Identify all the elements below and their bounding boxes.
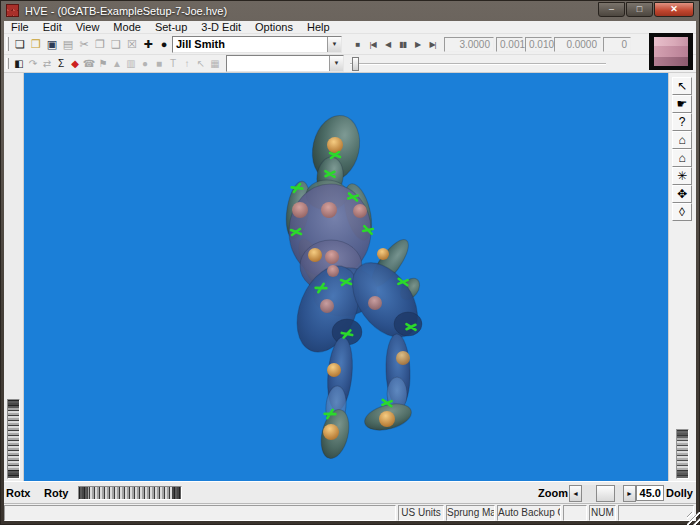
roty-label: Roty — [44, 487, 68, 499]
zoom-label: Zoom — [538, 487, 568, 499]
copy-icon[interactable]: ❐ — [92, 36, 108, 52]
combo-dropdown-arrow-icon[interactable]: ▼ — [329, 56, 343, 71]
slider-thumb[interactable] — [352, 57, 359, 71]
add-object-icon[interactable]: ✚ — [140, 36, 156, 52]
viewer-region: ↖☛?⌂⌂✳✥◊ — [4, 73, 696, 481]
sum-vectors-icon[interactable]: Σ — [54, 57, 68, 71]
output-step-field[interactable]: 0.0100 — [525, 37, 552, 52]
delete-icon[interactable]: ☒ — [124, 36, 140, 52]
dolly-label: Dolly — [666, 487, 693, 499]
zoom-value-field[interactable]: 45.0 — [636, 485, 664, 501]
window-controls: – □ ✕ — [597, 0, 694, 21]
current-time-field[interactable]: 0.0000 — [554, 37, 601, 52]
active-object-combo[interactable]: Jill Smith ▼ — [172, 36, 342, 53]
blank-panel-1 — [563, 505, 587, 521]
pause-button[interactable]: ▮▮ — [395, 40, 410, 49]
sim-end-time-field[interactable]: 3.0000 — [444, 37, 494, 52]
maximize-button[interactable]: □ — [626, 2, 653, 17]
mannequin-render — [24, 73, 668, 481]
active-object-value: Jill Smith — [173, 38, 327, 50]
menu-mode[interactable]: Mode — [106, 21, 148, 34]
app-window: HVE - (0GATB-ExampleSetup-7-Joe.hve) – □… — [0, 0, 700, 525]
pan-hand-icon[interactable]: ☛ — [672, 95, 692, 113]
simulation-fields: 3.00000.00100.01000.00000 — [444, 37, 633, 52]
home-icon[interactable]: ⌂ — [672, 131, 692, 149]
zoom-scroll-left-icon[interactable]: ◄ — [569, 485, 582, 502]
menu-file[interactable]: File — [4, 21, 36, 34]
text-icon[interactable]: T — [166, 57, 180, 71]
toolbar-grip[interactable] — [6, 58, 9, 70]
menu-edit[interactable]: Edit — [36, 21, 69, 34]
minimize-button[interactable]: – — [598, 2, 625, 17]
num-lock-panel: NUM — [589, 505, 616, 521]
status-bar: US UnitsSprung MassAuto Backup ONNUM — [4, 504, 696, 521]
phone-icon[interactable]: ☎ — [82, 57, 96, 71]
human-model-icon[interactable]: ◧ — [12, 57, 26, 71]
collision-icon[interactable]: ◆ — [68, 57, 82, 71]
zoom-scroll-right-icon[interactable]: ► — [623, 485, 636, 502]
measure-icon[interactable]: ▦ — [208, 57, 222, 71]
hve-logo-thumbnail — [649, 33, 693, 70]
title-bar[interactable]: HVE - (0GATB-ExampleSetup-7-Joe.hve) – □… — [0, 0, 700, 21]
view-all-icon[interactable]: ✳ — [672, 167, 692, 185]
backup-panel: Auto Backup ON — [497, 505, 561, 521]
pointer-icon[interactable]: ↖ — [194, 57, 208, 71]
help-icon[interactable]: ? — [672, 113, 692, 131]
stop-button[interactable]: ■ — [350, 40, 365, 49]
cone-icon[interactable]: ▲ — [110, 57, 124, 71]
play-button[interactable]: ▶ — [410, 40, 425, 49]
open-file-icon[interactable]: ❒ — [28, 36, 44, 52]
active-object-icon[interactable]: ● — [156, 36, 172, 52]
close-button[interactable]: ✕ — [654, 2, 694, 17]
arrow-up-icon[interactable]: ↑ — [180, 57, 194, 71]
units-panel: US Units — [398, 505, 444, 521]
playback-controls: ■|◀◀▮▮▶▶| — [350, 40, 440, 49]
seek-icon[interactable]: ✥ — [672, 185, 692, 203]
window-title: HVE - (0GATB-ExampleSetup-7-Joe.hve) — [25, 5, 227, 17]
set-home-icon[interactable]: ⌂ — [672, 149, 692, 167]
save-icon[interactable]: ▣ — [44, 36, 60, 52]
toolbar-grip[interactable] — [6, 37, 9, 51]
menu-setup[interactable]: Set-up — [148, 21, 194, 34]
blank-panel-2 — [618, 505, 694, 521]
roty-thumbwheel[interactable] — [78, 486, 182, 500]
flag-icon[interactable]: ⚑ — [96, 57, 110, 71]
viewer-bottom-bar: Rotx Roty Zoom ◄ ► 45.0 Dolly — [4, 481, 696, 504]
menu-view[interactable]: View — [69, 21, 107, 34]
dolly-thumbwheel[interactable] — [676, 429, 689, 479]
rotx-thumbwheel[interactable] — [7, 399, 20, 479]
paste-icon[interactable]: ❑ — [108, 36, 124, 52]
sphere-icon[interactable]: ● — [138, 57, 152, 71]
combo-dropdown-arrow-icon[interactable]: ▼ — [327, 37, 341, 52]
cylinder-icon[interactable]: ▥ — [124, 57, 138, 71]
mass-panel: Sprung Mass — [446, 505, 495, 521]
menu-options[interactable]: Options — [248, 21, 300, 34]
go-to-end-button[interactable]: ▶| — [425, 40, 440, 49]
zoom-scroll-thumb[interactable] — [596, 485, 615, 502]
main-toolbar: ❏❒▣▤✂❐❑☒✚● Jill Smith ▼ ■|◀◀▮▮▶▶| 3.0000… — [4, 34, 696, 55]
frame-count-field[interactable]: 0 — [603, 37, 631, 52]
integration-step-field[interactable]: 0.0010 — [496, 37, 523, 52]
select-arrow-icon[interactable]: ↖ — [672, 77, 692, 95]
swap-view-icon[interactable]: ⇄ — [40, 57, 54, 71]
viewer-left-trim — [4, 73, 24, 481]
edit-toolbar: ◧↷⇄Σ◆☎⚑▲▥●■T↑↖▦ ▼ — [4, 55, 696, 73]
perspective-icon[interactable]: ◊ — [672, 203, 692, 221]
go-to-start-button[interactable]: |◀ — [365, 40, 380, 49]
undo-motion-icon[interactable]: ↷ — [26, 57, 40, 71]
step-back-button[interactable]: ◀ — [380, 40, 395, 49]
main-toolbar-icons: ❏❒▣▤✂❐❑☒✚● — [12, 36, 172, 52]
3d-viewport[interactable] — [24, 73, 668, 481]
viewer-right-trim: ↖☛?⌂⌂✳✥◊ — [668, 73, 696, 481]
cut-icon[interactable]: ✂ — [76, 36, 92, 52]
resize-grip[interactable] — [687, 512, 700, 525]
box-icon[interactable]: ■ — [152, 57, 166, 71]
menu-help[interactable]: Help — [300, 21, 337, 34]
client-area: FileEditViewModeSet-up3-D EditOptionsHel… — [4, 21, 696, 521]
app-icon — [6, 4, 19, 17]
edit-slider[interactable] — [350, 57, 606, 71]
menu-3d-edit[interactable]: 3-D Edit — [194, 21, 248, 34]
print-icon[interactable]: ▤ — [60, 36, 76, 52]
new-file-icon[interactable]: ❏ — [12, 36, 28, 52]
edit-combo[interactable]: ▼ — [226, 55, 344, 72]
